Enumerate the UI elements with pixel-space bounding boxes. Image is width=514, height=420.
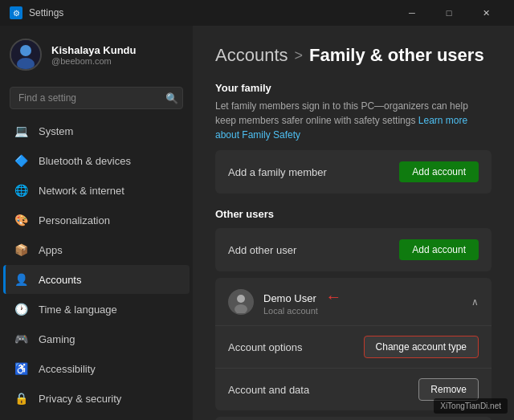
titlebar-title: Settings xyxy=(29,7,387,18)
watermark: XiTongTianDi.net xyxy=(434,398,508,414)
user-profile[interactable]: Kishalaya Kundu @beebom.com xyxy=(0,26,193,84)
breadcrumb-current: Family & other users xyxy=(309,45,484,66)
other-users-section: Other users Add other user Add account xyxy=(215,208,492,420)
sidebar-item-label: System xyxy=(39,125,73,137)
svg-point-1 xyxy=(20,45,31,56)
privacy-icon: 🔒 xyxy=(13,390,29,406)
breadcrumb: Accounts > Family & other users xyxy=(215,45,492,66)
add-other-user-card: Add other user Add account xyxy=(215,228,492,271)
sidebar-item-label: Bluetooth & devices xyxy=(39,155,131,167)
other-users-title: Other users xyxy=(215,208,492,220)
personalization-icon: 🎨 xyxy=(13,212,29,228)
sidebar-item-label: Gaming xyxy=(39,333,75,345)
accounts-icon: 👤 xyxy=(13,271,29,287)
content-area: Accounts > Family & other users Your fam… xyxy=(193,26,514,420)
your-family-section: Your family Let family members sign in t… xyxy=(215,82,492,194)
change-account-type-button[interactable]: Change account type xyxy=(364,336,479,358)
demo-user-header[interactable]: Demo User ← Local account ∧ xyxy=(215,278,492,325)
sidebar: Kishalaya Kundu @beebom.com 🔍 💻 System 🔷… xyxy=(0,26,193,420)
user-name: Kishalaya Kundu xyxy=(51,44,183,56)
titlebar: ⚙ Settings ─ □ ✕ xyxy=(0,0,514,26)
add-other-label: Add other user xyxy=(228,244,296,256)
sidebar-item-label: Privacy & security xyxy=(39,393,121,405)
system-icon: 💻 xyxy=(13,123,29,139)
close-button[interactable]: ✕ xyxy=(467,0,504,26)
user-info: Kishalaya Kundu @beebom.com xyxy=(51,44,183,66)
user-email: @beebom.com xyxy=(51,56,183,66)
demo-user-avatar xyxy=(228,289,254,315)
gaming-icon: 🎮 xyxy=(13,331,29,347)
network-icon: 🌐 xyxy=(13,182,29,198)
settings-icon: ⚙ xyxy=(10,6,22,19)
avatar xyxy=(10,39,42,71)
remove-account-button[interactable]: Remove xyxy=(418,378,479,401)
window-controls: ─ □ ✕ xyxy=(394,0,504,26)
account-data-label: Account and data xyxy=(228,384,309,396)
maximize-button[interactable]: □ xyxy=(430,0,467,26)
add-family-button[interactable]: Add account xyxy=(399,161,479,182)
demo-user-card: Demo User ← Local account ∧ Account opti… xyxy=(215,278,492,410)
time-icon: 🕐 xyxy=(13,301,29,317)
search-box: 🔍 xyxy=(10,87,183,109)
sidebar-item-network[interactable]: 🌐 Network & internet xyxy=(3,176,190,205)
your-family-title: Your family xyxy=(215,82,492,94)
bluetooth-icon: 🔷 xyxy=(13,153,29,169)
breadcrumb-parent: Accounts xyxy=(215,45,288,66)
main-layout: Kishalaya Kundu @beebom.com 🔍 💻 System 🔷… xyxy=(0,26,514,420)
demo-user-sub: Local account xyxy=(263,306,341,316)
breadcrumb-arrow: > xyxy=(295,47,304,64)
sidebar-item-personalization[interactable]: 🎨 Personalization xyxy=(3,206,190,234)
accessibility-icon: ♿ xyxy=(13,361,29,377)
sidebar-item-apps[interactable]: 📦 Apps xyxy=(3,235,190,264)
sidebar-item-label: Time & language xyxy=(39,304,117,316)
demo-user-info: Demo User ← Local account xyxy=(263,287,341,316)
account-options-row: Account options Change account type xyxy=(215,326,492,369)
minimize-button[interactable]: ─ xyxy=(394,0,430,26)
sidebar-item-label: Accounts xyxy=(39,274,81,286)
svg-point-4 xyxy=(237,295,245,303)
nav-menu: 💻 System 🔷 Bluetooth & devices 🌐 Network… xyxy=(0,116,193,420)
sidebar-item-bluetooth[interactable]: 🔷 Bluetooth & devices xyxy=(3,146,190,175)
sidebar-item-accessibility[interactable]: ♿ Accessibility xyxy=(3,354,190,383)
apps-icon: 📦 xyxy=(13,242,29,258)
sidebar-item-label: Apps xyxy=(39,244,63,256)
sidebar-item-time[interactable]: 🕐 Time & language xyxy=(3,295,190,324)
sidebar-item-gaming[interactable]: 🎮 Gaming xyxy=(3,324,190,353)
your-family-desc: Let family members sign in to this PC—or… xyxy=(215,99,492,142)
sidebar-item-label: Accessibility xyxy=(39,363,96,375)
add-family-label: Add a family member xyxy=(228,166,327,178)
search-input[interactable] xyxy=(10,87,183,109)
add-other-button[interactable]: Add account xyxy=(399,239,479,260)
sidebar-item-label: Personalization xyxy=(39,214,110,226)
sidebar-item-accounts[interactable]: 👤 Accounts xyxy=(3,265,190,294)
search-icon[interactable]: 🔍 xyxy=(165,92,178,104)
red-arrow-indicator: ← xyxy=(325,287,341,306)
sidebar-item-privacy[interactable]: 🔒 Privacy & security xyxy=(3,384,190,413)
guest-user-card[interactable]: Guest 999 Administrator · Local account xyxy=(215,417,492,420)
sidebar-item-update[interactable]: 🔄 Windows Update xyxy=(3,414,190,420)
demo-user-name: Demo User ← xyxy=(263,287,341,306)
sidebar-item-system[interactable]: 💻 System xyxy=(3,116,190,145)
account-options-label: Account options xyxy=(228,341,303,353)
add-family-card: Add a family member Add account xyxy=(215,150,492,194)
sidebar-item-label: Network & internet xyxy=(39,185,124,197)
demo-user-chevron: ∧ xyxy=(471,296,479,308)
demo-user-left: Demo User ← Local account xyxy=(228,287,341,316)
